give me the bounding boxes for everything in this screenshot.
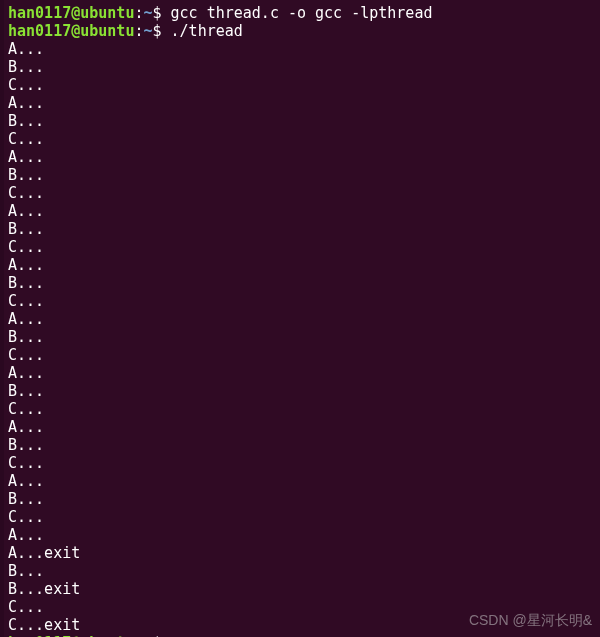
prompt-at: @ bbox=[71, 4, 80, 22]
window-border bbox=[0, 0, 4, 637]
output-line: A... bbox=[8, 526, 592, 544]
prompt-path: ~ bbox=[143, 22, 152, 40]
output-line: A... bbox=[8, 256, 592, 274]
output-line: C... bbox=[8, 238, 592, 256]
output-line: C... bbox=[8, 598, 592, 616]
output-line: B... bbox=[8, 328, 592, 346]
output-line: B... bbox=[8, 220, 592, 238]
output-line: A... bbox=[8, 364, 592, 382]
output-line: B... bbox=[8, 490, 592, 508]
prompt-user: han0117 bbox=[8, 22, 71, 40]
prompt-dollar: $ bbox=[153, 22, 171, 40]
command-text: gcc thread.c -o gcc -lpthread bbox=[171, 4, 433, 22]
prompt-host: ubuntu bbox=[80, 4, 134, 22]
output-line: B... bbox=[8, 382, 592, 400]
command-line: han0117@ubuntu:~$ gcc thread.c -o gcc -l… bbox=[8, 4, 592, 22]
output-line: B... bbox=[8, 166, 592, 184]
output-line: A... bbox=[8, 148, 592, 166]
output-line: B...exit bbox=[8, 580, 592, 598]
output-line: B... bbox=[8, 58, 592, 76]
prompt-host: ubuntu bbox=[80, 22, 134, 40]
prompt-path: ~ bbox=[143, 4, 152, 22]
output-line: C... bbox=[8, 454, 592, 472]
output-line: C... bbox=[8, 184, 592, 202]
output-line: C... bbox=[8, 76, 592, 94]
output-line: C...exit bbox=[8, 616, 592, 634]
output-line: C... bbox=[8, 508, 592, 526]
output-line: A... bbox=[8, 202, 592, 220]
terminal-output-area[interactable]: han0117@ubuntu:~$ gcc thread.c -o gcc -l… bbox=[8, 4, 592, 637]
output-line: B... bbox=[8, 562, 592, 580]
command-line: han0117@ubuntu:~$ ./thread bbox=[8, 22, 592, 40]
output-line: C... bbox=[8, 400, 592, 418]
prompt-dollar: $ bbox=[153, 4, 171, 22]
command-text: ./thread bbox=[171, 22, 243, 40]
output-line: A...exit bbox=[8, 544, 592, 562]
output-line: C... bbox=[8, 346, 592, 364]
output-line: A... bbox=[8, 40, 592, 58]
prompt-at: @ bbox=[71, 22, 80, 40]
output-line: B... bbox=[8, 436, 592, 454]
output-line: A... bbox=[8, 94, 592, 112]
output-line: C... bbox=[8, 130, 592, 148]
prompt-user: han0117 bbox=[8, 4, 71, 22]
output-line: B... bbox=[8, 112, 592, 130]
output-line: A... bbox=[8, 472, 592, 490]
output-line: A... bbox=[8, 418, 592, 436]
output-line: C... bbox=[8, 292, 592, 310]
output-line: B... bbox=[8, 274, 592, 292]
output-line: A... bbox=[8, 310, 592, 328]
